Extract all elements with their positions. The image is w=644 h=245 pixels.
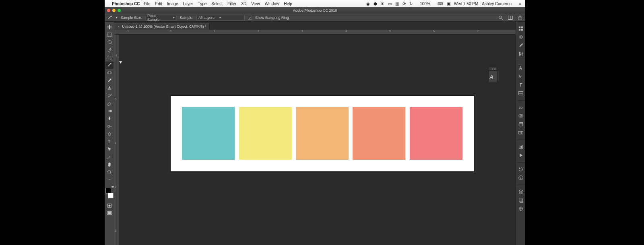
- sample-layers-select[interactable]: All Layers▾: [196, 15, 245, 21]
- history-icon[interactable]: [517, 166, 524, 173]
- 3d-panel-icon[interactable]: 3D: [517, 104, 524, 111]
- eraser-tool[interactable]: [105, 100, 114, 107]
- status-icon-3[interactable]: ▥: [395, 2, 399, 6]
- app-menu[interactable]: Photoshop CC: [112, 2, 140, 6]
- quick-mask-button[interactable]: [105, 202, 114, 209]
- zoom-tool[interactable]: [105, 169, 114, 176]
- blur-tool[interactable]: [105, 115, 114, 122]
- tool-preset-chevron-icon[interactable]: ▾: [116, 16, 118, 19]
- dodge-tool[interactable]: [105, 123, 114, 130]
- eyedropper-tool[interactable]: [105, 62, 114, 69]
- paragraph-icon[interactable]: [517, 81, 524, 89]
- styles-icon[interactable]: fx: [517, 73, 524, 80]
- pen-tool[interactable]: [105, 130, 114, 138]
- svg-point-41: [522, 53, 523, 54]
- actions-icon[interactable]: [517, 143, 524, 150]
- menu-help[interactable]: Help: [284, 2, 292, 6]
- search-icon[interactable]: [498, 15, 504, 21]
- swatches-panel-icon[interactable]: [517, 205, 524, 212]
- color-swatches[interactable]: ⇄: [105, 188, 114, 198]
- libraries-icon[interactable]: [517, 25, 524, 32]
- swap-colors-icon[interactable]: ⇄: [111, 185, 114, 189]
- properties-icon[interactable]: [517, 121, 524, 128]
- brush-tool[interactable]: [105, 77, 114, 84]
- svg-rect-55: [520, 146, 520, 148]
- canvas-viewport[interactable]: ➤ ×›› A: [119, 35, 516, 245]
- panel-dock: A fx 3D i: [516, 22, 525, 245]
- maximize-window-button[interactable]: [118, 9, 121, 12]
- status-icon-4[interactable]: ⟳: [402, 2, 406, 6]
- magic-wand-tool[interactable]: [105, 46, 114, 54]
- menu-3d[interactable]: 3D: [241, 2, 246, 6]
- date-icon[interactable]: ▣: [447, 2, 450, 6]
- character-panel-tab[interactable]: A: [488, 71, 497, 83]
- show-sampling-ring-checkbox[interactable]: ✓: [248, 16, 252, 20]
- menu-edit[interactable]: Edit: [155, 2, 162, 6]
- close-tab-icon[interactable]: ×: [118, 25, 120, 29]
- close-icon[interactable]: ×: [491, 68, 493, 70]
- character-icon[interactable]: A: [517, 64, 524, 72]
- menu-layer[interactable]: Layer: [183, 2, 193, 6]
- menu-filter[interactable]: Filter: [227, 2, 236, 6]
- channels-icon[interactable]: [517, 112, 524, 119]
- color-icon[interactable]: [517, 33, 524, 41]
- menu-window[interactable]: Window: [265, 2, 279, 6]
- sample-size-value: Point Sample: [147, 14, 168, 22]
- clone-stamp-tool[interactable]: [105, 84, 114, 92]
- photoshop-window: Adobe Photoshop CC 2018 ▾ Sample Size: P…: [105, 7, 525, 245]
- menu-type[interactable]: Type: [198, 2, 207, 6]
- background-color[interactable]: [108, 193, 114, 198]
- crop-tool[interactable]: [105, 54, 114, 61]
- menu-view[interactable]: View: [251, 2, 260, 6]
- status-icon-1[interactable]: ①: [381, 2, 384, 6]
- record-icon[interactable]: ◉: [366, 2, 370, 6]
- keyboard-icon[interactable]: ⌨: [438, 2, 443, 6]
- brush-settings-icon[interactable]: [517, 42, 524, 49]
- canvas[interactable]: [171, 96, 474, 171]
- move-tool[interactable]: [105, 23, 114, 31]
- rectangle-tool[interactable]: [105, 153, 114, 161]
- floating-panel-header[interactable]: ×››: [488, 67, 497, 71]
- minimize-window-button[interactable]: [112, 9, 116, 12]
- eyedropper-tool-preset-icon[interactable]: [107, 15, 113, 21]
- info-icon[interactable]: i: [517, 174, 524, 181]
- menu-file[interactable]: File: [144, 2, 150, 6]
- play-icon[interactable]: [517, 152, 524, 159]
- type-tool[interactable]: T: [105, 138, 114, 145]
- mouse-cursor-icon: ➤: [119, 59, 124, 65]
- svg-point-22: [107, 179, 108, 180]
- user-name[interactable]: Ashley Cameron: [482, 2, 512, 6]
- path-selection-tool[interactable]: [105, 146, 114, 153]
- svg-line-19: [107, 155, 111, 159]
- ruler-horizontal[interactable]: -1 0 1 2 3 4 5 6 7: [114, 30, 516, 35]
- sample-size-select[interactable]: Point Sample▾: [145, 15, 177, 21]
- menu-image[interactable]: Image: [167, 2, 178, 6]
- adjustments-icon[interactable]: [517, 50, 524, 58]
- paths-icon[interactable]: [517, 129, 524, 136]
- hand-tool[interactable]: [105, 161, 114, 168]
- dropbox-icon[interactable]: ⬢: [374, 2, 377, 6]
- svg-rect-12: [107, 72, 111, 74]
- rectangular-marquee-tool[interactable]: [105, 31, 114, 38]
- status-icon-2[interactable]: ▭: [388, 2, 392, 6]
- share-icon[interactable]: [517, 15, 523, 21]
- time-machine-icon[interactable]: ↻: [409, 2, 413, 6]
- document-tab[interactable]: × Untitled-1 @ 100% (Vector Smart Object…: [114, 23, 210, 30]
- notification-center-icon[interactable]: ≡: [519, 2, 521, 6]
- svg-rect-33: [521, 29, 522, 31]
- ruler-tick: -1: [126, 30, 129, 33]
- menu-select[interactable]: Select: [211, 2, 223, 6]
- gradient-tool[interactable]: [105, 107, 114, 115]
- screen-mode-button[interactable]: [105, 210, 114, 217]
- lasso-tool[interactable]: [105, 39, 114, 46]
- edit-toolbar-button[interactable]: [105, 176, 114, 183]
- ruler-vertical[interactable]: -1 0 1 2 3: [114, 35, 119, 245]
- close-window-button[interactable]: [107, 9, 110, 12]
- spot-healing-brush-tool[interactable]: [105, 69, 114, 76]
- glyphs-icon[interactable]: [517, 90, 524, 97]
- layer-comps-icon[interactable]: [517, 197, 524, 204]
- clock[interactable]: Wed 7:50 PM: [454, 2, 478, 6]
- layers-icon[interactable]: [517, 188, 524, 196]
- history-brush-tool[interactable]: [105, 92, 114, 99]
- workspace-switcher-icon[interactable]: [508, 15, 513, 21]
